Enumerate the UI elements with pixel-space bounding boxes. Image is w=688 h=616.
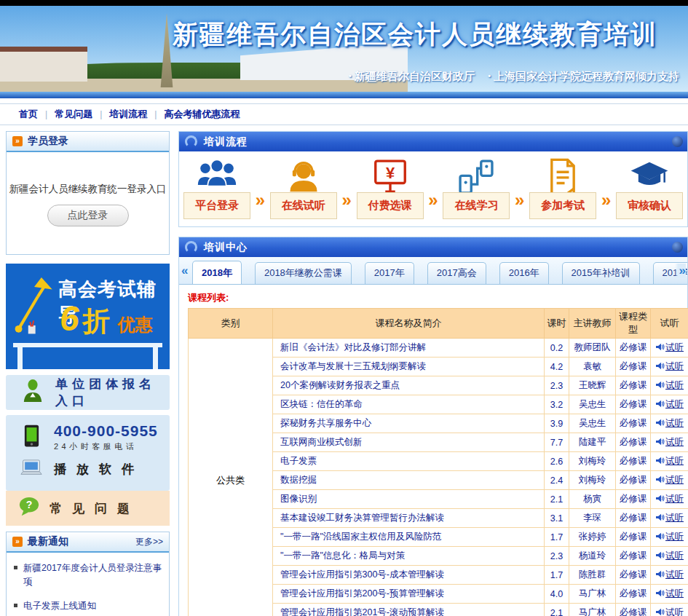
course-hours-cell: 2.3 xyxy=(545,547,569,566)
hotline-number: 400-900-5955 xyxy=(54,422,158,440)
sponsor-right: 上海国家会计学院远程教育网倾力支持 xyxy=(494,70,679,82)
course-listen-cell: 试听 xyxy=(651,414,688,433)
listen-link[interactable]: 试听 xyxy=(665,361,684,371)
listen-link[interactable]: 试听 xyxy=(665,342,684,352)
login-panel-body: 新疆会计人员继续教育统一登录入口 点此登录 xyxy=(7,152,169,226)
course-listen-cell: 试听 xyxy=(651,452,688,471)
speaker-icon xyxy=(655,456,665,466)
square-bullet-icon xyxy=(14,604,17,607)
speaker-icon xyxy=(655,607,665,616)
swirl-icon xyxy=(185,135,197,148)
listen-link[interactable]: 试听 xyxy=(665,437,684,447)
course-listen-cell: 试听 xyxy=(651,566,688,585)
notices-panel-header: » 最新通知 更多>> xyxy=(7,532,169,553)
listen-link[interactable]: 试听 xyxy=(665,380,684,390)
group-signup-entry[interactable]: 单位团体报名入口 xyxy=(6,375,170,410)
svg-text:¥: ¥ xyxy=(385,164,395,182)
listen-link[interactable]: 试听 xyxy=(665,475,684,485)
listen-link[interactable]: 试听 xyxy=(665,399,684,409)
nav-separator: | xyxy=(154,109,157,119)
listen-link[interactable]: 试听 xyxy=(665,607,684,616)
login-panel-header: » 学员登录 xyxy=(7,132,169,152)
course-hours-cell: 1.7 xyxy=(545,528,569,547)
tabs-scroll-right-icon[interactable]: » xyxy=(675,264,686,278)
more-notices-link[interactable]: 更多>> xyxy=(135,536,163,548)
listen-link[interactable]: 试听 xyxy=(665,494,684,504)
notice-item[interactable]: 电子发票上线通知 xyxy=(14,599,163,613)
desk-graphic xyxy=(13,343,162,369)
banner-divider-strip xyxy=(0,92,688,98)
course-teacher-cell: 刘梅玲 xyxy=(569,471,616,490)
course-type-cell: 必修课 xyxy=(616,585,651,604)
tab-2016年[interactable]: 2016年 xyxy=(499,262,549,284)
nav-faq[interactable]: 常见问题 xyxy=(55,108,92,121)
desk-lamp-icon xyxy=(10,269,58,342)
site-banner: 新疆维吾尔自治区会计人员继续教育培训 •新疆维吾尔自治区财政厅 •上海国家会计学… xyxy=(0,6,688,92)
process-step[interactable]: 平台登录 xyxy=(183,156,250,219)
course-listen-cell: 试听 xyxy=(651,471,688,490)
laptop-icon xyxy=(19,459,44,479)
course-name-cell: 数据挖掘 xyxy=(273,471,545,490)
listen-link[interactable]: 试听 xyxy=(665,550,684,561)
speaker-icon xyxy=(655,569,665,580)
course-type-cell: 必修课 xyxy=(616,566,651,585)
course-name-cell: 区块链：信任的革命 xyxy=(273,395,545,414)
discount-promo-banner[interactable]: 高会考试辅导 6 折 优惠 xyxy=(6,264,170,369)
listen-link[interactable]: 试听 xyxy=(665,588,684,599)
course-table-header-row: 类别 课程名称及简介 课时 主讲教师 课程类型 试听 xyxy=(189,309,688,339)
course-type-cell: 必修课 xyxy=(616,376,651,395)
course-name-cell: 基本建设竣工财务决算管理暂行办法解读 xyxy=(273,509,545,528)
course-teacher-cell: 吴忠生 xyxy=(569,395,616,414)
nav-process[interactable]: 培训流程 xyxy=(109,108,147,121)
process-step-label: 参加考试 xyxy=(529,192,596,219)
promo-discount-number: 6 xyxy=(60,299,79,338)
listen-link[interactable]: 试听 xyxy=(665,532,684,542)
course-table: 类别 课程名称及简介 课时 主讲教师 课程类型 试听 公共类新旧《会计法》对比及… xyxy=(188,308,688,616)
person-icon xyxy=(22,379,44,406)
login-button[interactable]: 点此登录 xyxy=(47,205,129,226)
faq-link[interactable]: ? 常见问题 xyxy=(6,491,170,526)
login-panel-title: 学员登录 xyxy=(28,135,68,148)
course-listen-cell: 试听 xyxy=(651,547,688,566)
course-hours-cell: 4.2 xyxy=(545,358,569,376)
panel-bullet-icon: » xyxy=(12,136,23,146)
speaker-icon xyxy=(655,532,665,542)
course-teacher-cell: 马广林 xyxy=(569,585,616,604)
course-teacher-cell: 杨道玲 xyxy=(569,547,616,566)
tab-2017年[interactable]: 2017年 xyxy=(365,262,414,284)
speaker-icon xyxy=(655,550,665,561)
course-hours-cell: 2.4 xyxy=(545,471,569,490)
course-listen-cell: 试听 xyxy=(651,395,688,414)
course-hours-cell: 7.7 xyxy=(545,433,569,452)
tab-2018年继教公需课[interactable]: 2018年继教公需课 xyxy=(255,262,352,284)
course-type-cell: 必修课 xyxy=(616,490,651,509)
course-hours-cell: 3.9 xyxy=(545,414,569,433)
year-tabs: « 2018年2018年继教公需课2017年2017高会2016年2015年补培… xyxy=(179,257,687,285)
course-teacher-cell: 张婷婷 xyxy=(569,528,616,547)
process-step[interactable]: ¥付费选课 xyxy=(357,156,424,219)
nav-home[interactable]: 首页 xyxy=(19,108,38,121)
tab-2017高会[interactable]: 2017高会 xyxy=(427,262,486,284)
course-name-cell: 图像识别 xyxy=(273,490,545,509)
course-teacher-cell: 陆建平 xyxy=(569,433,616,452)
course-name-cell: 管理会计应用指引第300号-成本管理解读 xyxy=(273,566,545,585)
player-download-link[interactable]: 播放软件 xyxy=(19,459,170,479)
process-step[interactable]: 在线试听 xyxy=(270,156,337,219)
listen-link[interactable]: 试听 xyxy=(665,418,684,428)
listen-link[interactable]: 试听 xyxy=(665,513,684,523)
course-hours-cell: 2.6 xyxy=(545,452,569,471)
listen-link[interactable]: 试听 xyxy=(665,569,684,580)
process-step[interactable]: 在线学习 xyxy=(443,156,510,219)
process-step[interactable]: 参加考试 xyxy=(529,156,596,219)
process-step[interactable]: 审核确认 xyxy=(616,156,683,219)
tab-2018年[interactable]: 2018年 xyxy=(192,261,242,284)
tabs-scroll-left-icon[interactable]: « xyxy=(181,264,188,278)
step-arrow-icon: » xyxy=(342,190,352,219)
step-arrow-icon: » xyxy=(515,190,524,219)
speaker-icon xyxy=(655,342,665,352)
listen-link[interactable]: 试听 xyxy=(665,456,684,466)
nav-discount-process[interactable]: 高会考辅优惠流程 xyxy=(164,108,240,121)
course-name-cell: 管理会计应用指引第200号-预算管理解读 xyxy=(273,585,545,604)
tab-2015年补培训[interactable]: 2015年补培训 xyxy=(562,262,640,284)
notice-item[interactable]: 新疆2017年度会计人员登录注意事项 xyxy=(14,561,163,590)
